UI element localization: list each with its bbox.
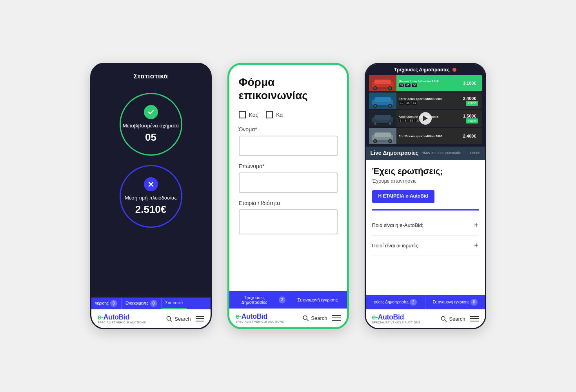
phone2-nav-tabs: Τρέχουσες Δημοπρασίες 2 Σε αναμονή έγκρι… (229, 291, 347, 309)
phones-container: Στατιστικά Μεταβιβασμένα σχήματα 05 (90, 63, 486, 329)
auction-timer-2: 01 44 11 (399, 101, 457, 105)
avg-bid-stat: Μέση τιμή πλειοδοσίας 2.510€ (120, 165, 182, 228)
faq-underline (372, 209, 479, 211)
car-thumb-1 (369, 75, 396, 91)
tab-approved[interactable]: Εγκεκριμένες 0 (122, 298, 162, 309)
svg-rect-34 (374, 132, 391, 137)
field-firstname: Όνομα* (239, 126, 338, 156)
auction-name-1: Nissan Juke full extra 2018 (399, 80, 457, 83)
faq-item-1[interactable]: Ποιά είναι η e-AutoBid; + (372, 215, 479, 236)
tab-pending-2[interactable]: Σε αναμονή έγκρισης (288, 291, 347, 309)
svg-point-36 (374, 140, 376, 142)
brand-logo-1: e-AutoBid SPECIALIST VEHICLE AUCTIONS (98, 314, 146, 324)
live-price: 1.800€ (469, 151, 480, 155)
car-thumb-3 (369, 110, 396, 127)
tab-live-3[interactable]: ούσες Δημοπρασίες 2 (366, 295, 426, 309)
phone3-bottom-bar: e-AutoBid SPECIALIST VEHICLE AUCTIONS Se… (366, 309, 485, 328)
auction-info-1: Nissan Juke full extra 2018 00 05 00 (396, 79, 459, 88)
svg-line-5 (307, 319, 308, 321)
auction-list: Nissan Juke full extra 2018 00 05 00 3.1… (366, 75, 485, 147)
green-ring: Μεταβιβασμένα σχήματα 05 (120, 93, 182, 156)
svg-point-13 (389, 87, 391, 89)
car-thumb-4 (369, 128, 396, 144)
live-bottom-detail: BMW X3 2005 automatic (422, 151, 461, 155)
svg-rect-25 (374, 115, 391, 120)
svg-point-19 (374, 105, 376, 107)
search-icon-2 (302, 315, 309, 321)
circle2-value: 2.510€ (135, 203, 167, 216)
label-lastname: Επώνυμο* (239, 163, 338, 169)
faq-content: Έχεις ερωτήσεις; Έχουμε απαντήσεις Η ΕΤΑ… (366, 160, 485, 295)
input-company[interactable] (239, 209, 338, 234)
auction-timer-1: 00 05 00 (399, 83, 457, 87)
live-label: Live Δημοπρασίες (371, 150, 419, 156)
tab-pending-3[interactable]: Σε αναμονή έγκρισης 0 (425, 295, 485, 309)
svg-line-3 (170, 320, 172, 321)
stats-header: Στατιστικά (91, 64, 211, 85)
svg-point-4 (303, 316, 307, 320)
svg-rect-9 (374, 80, 391, 84)
auction-header: Τρέχουσες Δημοπρασίες (366, 64, 485, 75)
svg-point-39 (442, 317, 445, 321)
gender-ms: Κα (266, 111, 283, 118)
auction-item-2[interactable]: FordFocus sport edition 2009 01 44 11 2.… (369, 93, 482, 109)
gender-mr: Κος (239, 111, 258, 118)
form-title: Φόρμα επικοινωνίας (239, 76, 338, 102)
field-lastname: Επώνυμο* (239, 163, 338, 193)
faq-subtitle: Έχουμε απαντήσεις (372, 178, 479, 184)
search-icon-3 (440, 316, 447, 322)
svg-point-11 (374, 87, 376, 89)
faq-tab-company[interactable]: Η ΕΤΑΙΡΕΙΑ e-AutoBid (372, 190, 434, 203)
faq-plus-2: + (474, 241, 479, 250)
tab-live-auctions-2[interactable]: Τρέχουσες Δημοπρασίες 2 (229, 291, 289, 309)
phone-statistics: Στατιστικά Μεταβιβασμένα σχήματα 05 (90, 63, 212, 329)
stats-content: Μεταβιβασμένα σχήματα 05 Μέση τιμή πλειο… (91, 85, 211, 298)
auction-price-4: 2.400€ (462, 134, 480, 138)
svg-point-29 (389, 122, 391, 125)
auction-item-3-wrapper: Audi Quattro V6 panorama 2 8 35 20 1.500… (369, 110, 482, 127)
phone1-nav-tabs: γκρισης 0 Εγκεκριμένες 0 Στατιστικά (91, 298, 211, 309)
gender-row: Κος Κα (239, 111, 338, 118)
bid-change-3: +100€ (466, 118, 478, 123)
svg-point-38 (389, 140, 391, 142)
hamburger-menu-2[interactable] (332, 315, 341, 321)
faq-item-2[interactable]: Ποιοί είναι οι ιδρυτές; + (372, 236, 479, 256)
brand-logo-2: e-AutoBid SPECIALIST VEHICLE AUCTIONS (236, 313, 284, 323)
live-bar: Live Δημοπρασίες BMW X3 2005 automatic 1… (366, 147, 485, 160)
input-firstname[interactable] (239, 136, 338, 156)
label-firstname: Όνομα* (239, 126, 338, 132)
tab-statistics[interactable]: Στατιστικά (162, 298, 187, 309)
hamburger-menu-3[interactable] (470, 316, 479, 321)
search-button-3[interactable]: Search (440, 316, 465, 322)
search-button-2[interactable]: Search (302, 315, 327, 321)
phone2-bottom-bar: e-AutoBid SPECIALIST VEHICLE AUCTIONS Se… (229, 309, 347, 327)
input-lastname[interactable] (239, 172, 338, 193)
auction-item-4[interactable]: FordFocus sport edition 2009 2.400€ (369, 128, 482, 144)
svg-line-40 (445, 320, 446, 321)
faq-tabs: Η ΕΤΑΙΡΕΙΑ e-AutoBid (372, 190, 479, 203)
auction-price-3: 1.500€ (462, 114, 480, 118)
auction-item-1[interactable]: Nissan Juke full extra 2018 00 05 00 3.1… (369, 75, 482, 91)
checkbox-ms[interactable] (266, 111, 273, 118)
svg-point-21 (389, 105, 391, 107)
svg-point-27 (374, 122, 376, 125)
circle1-value: 05 (145, 131, 156, 143)
auction-info-4: FordFocus sport edition 2009 (396, 134, 459, 139)
faq-plus-1: + (474, 221, 479, 230)
tab-approval[interactable]: γκρισης 0 (91, 298, 122, 309)
circle2-label: Μέση τιμή πλειοδοσίας (125, 194, 176, 201)
search-button-1[interactable]: Search (166, 316, 191, 322)
hamburger-menu-1[interactable] (196, 316, 204, 321)
phone3-nav-tabs: ούσες Δημοπρασίες 2 Σε αναμονή έγκρισης … (366, 295, 485, 309)
brand-logo-3: e-AutoBid SPECIALIST VEHICLE AUCTIONS (372, 314, 420, 324)
search-icon-1 (166, 316, 172, 322)
svg-point-2 (167, 317, 171, 321)
label-company: Εταιρία / Ιδιότητα (239, 200, 338, 206)
checkbox-mr[interactable] (239, 111, 246, 118)
auction-name-2: FordFocus sport edition 2009 (399, 97, 457, 101)
play-button[interactable] (419, 112, 432, 125)
phone1-bottom-bar: e-AutoBid SPECIALIST VEHICLE AUCTIONS Se… (91, 309, 211, 328)
auction-name-4: FordFocus sport edition 2009 (399, 134, 457, 138)
form-content: Φόρμα επικοινωνίας Κος Κα Όνομα* Επώνυμο… (229, 65, 347, 291)
phone-faq: Τρέχουσες Δημοπρασίες (365, 63, 486, 329)
